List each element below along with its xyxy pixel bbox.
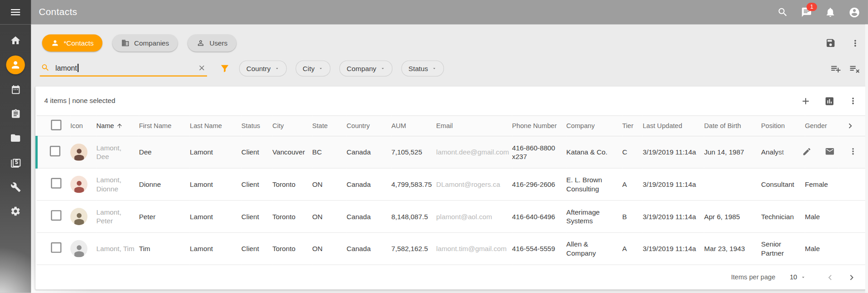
- account-button[interactable]: [848, 6, 860, 18]
- sidebar-item-tasks[interactable]: [6, 104, 25, 123]
- cell-first-name: Dee: [139, 136, 190, 169]
- cell-dob: Apr 6, 1985: [704, 200, 761, 233]
- filter-button[interactable]: [219, 63, 230, 74]
- sidebar-item-documents[interactable]: [6, 129, 25, 147]
- tab-label: Companies: [134, 39, 169, 47]
- cell-phone: 416-296-2606: [512, 168, 566, 200]
- clear-filter-list-button[interactable]: [849, 63, 860, 74]
- tab-companies[interactable]: Companies: [112, 34, 178, 51]
- sidebar-item-home[interactable]: [6, 31, 25, 50]
- col-phone[interactable]: Phone Number: [512, 116, 566, 136]
- pager: [825, 272, 857, 283]
- cell-position: Technician: [761, 200, 805, 233]
- next-page-button[interactable]: [846, 272, 857, 283]
- user-outline-icon: [197, 39, 205, 47]
- row-checkbox[interactable]: [51, 178, 61, 189]
- col-city[interactable]: City: [273, 116, 313, 136]
- table-row[interactable]: Lamont, Peter Peter Lamont Client Toront…: [36, 200, 867, 233]
- col-last-name[interactable]: Last Name: [190, 116, 241, 136]
- more-columns-button[interactable]: [838, 116, 867, 136]
- col-icon[interactable]: Icon: [71, 116, 96, 136]
- row-checkbox[interactable]: [51, 242, 61, 253]
- col-position[interactable]: Position: [761, 116, 805, 136]
- email-row-button[interactable]: [825, 146, 835, 156]
- sidebar-item-settings[interactable]: [6, 202, 25, 221]
- cell-status: Client: [242, 232, 273, 265]
- col-name[interactable]: Name: [96, 116, 139, 136]
- previous-page-button[interactable]: [825, 272, 835, 283]
- caret-down-icon: [800, 274, 806, 280]
- search-button[interactable]: [777, 6, 789, 18]
- sidebar-item-contacts[interactable]: [6, 56, 25, 74]
- person-icon: [10, 59, 21, 70]
- filter-chip-company[interactable]: Company: [339, 61, 392, 77]
- messages-button[interactable]: 1: [800, 6, 812, 18]
- person-icon: [51, 39, 59, 47]
- cell-state: ON: [312, 200, 346, 233]
- cell-name: Lamont, Dee: [96, 136, 139, 169]
- table-header-row: Icon Name First Name Last Name Status Ci…: [36, 116, 867, 136]
- col-country[interactable]: Country: [347, 116, 392, 136]
- sidebar-item-calendar[interactable]: [6, 80, 25, 98]
- cell-state: BC: [312, 136, 346, 169]
- edit-row-button[interactable]: [802, 147, 812, 156]
- cell-phone: 416-554-5559: [512, 232, 566, 265]
- scrollbar[interactable]: [865, 25, 868, 293]
- filter-chip-city[interactable]: City: [296, 61, 331, 77]
- cell-country: Canada: [347, 200, 392, 233]
- cell-aum: 7,105,525: [391, 136, 436, 169]
- table-row[interactable]: Lamont, Dionne Dionne Lamont Client Toro…: [36, 168, 867, 200]
- select-all-checkbox[interactable]: [51, 120, 61, 130]
- col-email[interactable]: Email: [436, 116, 512, 136]
- home-icon: [10, 35, 21, 46]
- col-last-updated[interactable]: Last Updated: [643, 116, 704, 136]
- sidebar-item-filter-5[interactable]: [6, 153, 25, 172]
- table-row[interactable]: Lamont, Dee Dee Lamont Client Vancouver …: [36, 136, 867, 169]
- page-size-select[interactable]: 10: [790, 273, 806, 281]
- save-view-button[interactable]: [825, 38, 836, 48]
- notifications-button[interactable]: [824, 6, 837, 18]
- cell-email: lamont.dee@gmail.com: [436, 136, 512, 169]
- row-checkbox[interactable]: [51, 210, 61, 221]
- col-gender[interactable]: Gender: [805, 116, 838, 136]
- col-state[interactable]: State: [312, 116, 346, 136]
- page-size-value: 10: [790, 273, 797, 281]
- filter-chip-country[interactable]: Country: [239, 61, 287, 77]
- row-checkbox[interactable]: [50, 146, 61, 156]
- playlist-remove-icon: [849, 63, 860, 74]
- clear-search-button[interactable]: [197, 63, 206, 72]
- cell-country: Canada: [347, 136, 392, 169]
- col-tier[interactable]: Tier: [622, 116, 643, 136]
- table-actions: [800, 96, 858, 106]
- clipboard-icon: [10, 108, 21, 119]
- chart-view-button[interactable]: [824, 96, 835, 106]
- col-dob[interactable]: Date of Birth: [704, 116, 761, 136]
- cell-position: Senior Partner: [761, 232, 805, 265]
- cell-name: Lamont, Dionne: [96, 168, 139, 200]
- col-aum[interactable]: AUM: [391, 116, 436, 136]
- filter-list-actions: [830, 63, 863, 74]
- gear-icon: [10, 206, 21, 216]
- table-more-button[interactable]: [848, 96, 858, 106]
- cell-tier: A: [622, 232, 643, 265]
- cell-first-name: Peter: [139, 200, 190, 233]
- view-more-button[interactable]: [850, 38, 860, 48]
- tab-contacts[interactable]: *Contacts: [42, 34, 102, 51]
- sort-asc-icon: [116, 123, 123, 129]
- row-more-button[interactable]: [848, 146, 858, 156]
- cell-last-updated: 3/19/2019 11:14a: [643, 232, 704, 265]
- table-row[interactable]: Lamont, Tim Tim Lamont Client Toronto ON…: [36, 232, 867, 265]
- selection-summary: 4 items | none selected: [44, 97, 115, 105]
- sidebar-item-tools[interactable]: [6, 177, 25, 196]
- tab-users[interactable]: Users: [188, 34, 237, 51]
- col-company[interactable]: Company: [566, 116, 622, 136]
- add-contact-button[interactable]: [800, 96, 811, 106]
- add-filter-list-button[interactable]: [830, 63, 841, 74]
- col-first-name[interactable]: First Name: [139, 116, 190, 136]
- col-status[interactable]: Status: [242, 116, 273, 136]
- chevron-right-icon: [846, 272, 857, 283]
- search-input[interactable]: lamont: [40, 61, 207, 77]
- menu-button[interactable]: [0, 0, 31, 25]
- avatar: [71, 208, 88, 225]
- filter-chip-status[interactable]: Status: [401, 61, 444, 77]
